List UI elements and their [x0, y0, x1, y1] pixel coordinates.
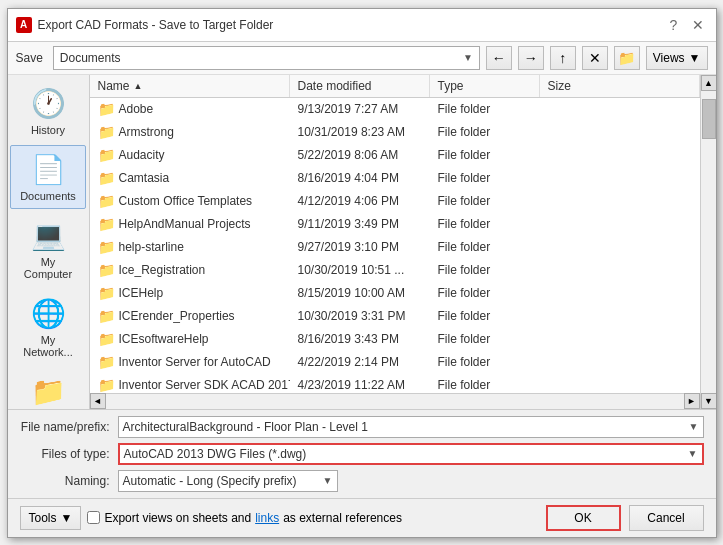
table-row[interactable]: 📁 ICEHelp 8/15/2019 10:00 AM File folder — [90, 282, 700, 305]
naming-combobox[interactable]: Automatic - Long (Specify prefix) ▼ — [118, 470, 338, 492]
dialog: A Export CAD Formats - Save to Target Fo… — [7, 8, 717, 538]
table-row[interactable]: 📁 Armstrong 10/31/2019 8:23 AM File fold… — [90, 121, 700, 144]
sidebar-item-favorites[interactable]: 📁 Favorites — [10, 367, 86, 409]
file-name-cell: 📁 ICEsoftwareHelp — [90, 330, 290, 348]
file-name-cell: 📁 Ice_Registration — [90, 261, 290, 279]
file-name-cell: 📁 HelpAndManual Projects — [90, 215, 290, 233]
file-date-cell: 8/16/2019 4:04 PM — [290, 170, 430, 186]
sidebar-label-history: History — [31, 124, 65, 136]
up-folder-button[interactable]: ↑ — [550, 46, 576, 70]
external-refs-checkbox[interactable] — [87, 511, 100, 524]
views-button[interactable]: Views ▼ — [646, 46, 708, 70]
main-area: 🕐 History 📄 Documents 💻 My Computer 🌐 My… — [8, 75, 716, 409]
horizontal-scrollbar[interactable]: ◄ ► — [90, 393, 700, 409]
table-row[interactable]: 📁 HelpAndManual Projects 9/11/2019 3:49 … — [90, 213, 700, 236]
sidebar-label-documents: Documents — [20, 190, 76, 202]
table-row[interactable]: 📁 Inventor Server for AutoCAD 4/22/2019 … — [90, 351, 700, 374]
file-size-cell — [540, 384, 700, 386]
my-computer-icon: 💻 — [30, 218, 66, 254]
file-date-cell: 10/30/2019 3:31 PM — [290, 308, 430, 324]
back-button[interactable]: ← — [486, 46, 512, 70]
folder-icon: 📁 — [98, 216, 115, 232]
forward-button[interactable]: → — [518, 46, 544, 70]
scroll-up-button[interactable]: ▲ — [701, 75, 716, 91]
file-name-cell: 📁 Adobe — [90, 100, 290, 118]
file-date-cell: 9/11/2019 3:49 PM — [290, 216, 430, 232]
ok-label: OK — [574, 511, 591, 525]
delete-button[interactable]: ✕ — [582, 46, 608, 70]
up-icon: ↑ — [559, 50, 566, 66]
folder-icon: 📁 — [98, 124, 115, 140]
path-combobox[interactable]: Documents ▼ — [53, 46, 480, 70]
scroll-down-button[interactable]: ▼ — [701, 393, 716, 409]
filetype-dropdown-arrow: ▼ — [688, 448, 698, 459]
file-name-text: Audacity — [119, 148, 165, 162]
filetype-row: Files of type: AutoCAD 2013 DWG Files (*… — [20, 443, 704, 465]
cancel-button[interactable]: Cancel — [629, 505, 704, 531]
filetype-value: AutoCAD 2013 DWG Files (*.dwg) — [124, 447, 688, 461]
file-name-text: HelpAndManual Projects — [119, 217, 251, 231]
file-size-cell — [540, 200, 700, 202]
column-header-size[interactable]: Size — [540, 75, 700, 97]
file-type-cell: File folder — [430, 193, 540, 209]
scroll-track[interactable] — [701, 91, 716, 393]
filename-combobox[interactable]: ArchitecturalBackground - Floor Plan - L… — [118, 416, 704, 438]
table-row[interactable]: 📁 help-starline 9/27/2019 3:10 PM File f… — [90, 236, 700, 259]
table-row[interactable]: 📁 ICErender_Properties 10/30/2019 3:31 P… — [90, 305, 700, 328]
filename-row: File name/prefix: ArchitecturalBackgroun… — [20, 416, 704, 438]
table-row[interactable]: 📁 Audacity 5/22/2019 8:06 AM File folder — [90, 144, 700, 167]
sidebar-item-documents[interactable]: 📄 Documents — [10, 145, 86, 209]
footer: Tools ▼ Export views on sheets and links… — [8, 498, 716, 537]
table-row[interactable]: 📁 Inventor Server SDK ACAD 2017 4/23/201… — [90, 374, 700, 393]
save-label: Save — [16, 51, 43, 65]
documents-icon: 📄 — [30, 152, 66, 188]
naming-dropdown-arrow: ▼ — [323, 475, 333, 486]
favorites-icon: 📁 — [30, 374, 66, 409]
h-scroll-track[interactable] — [106, 394, 684, 408]
sidebar: 🕐 History 📄 Documents 💻 My Computer 🌐 My… — [8, 75, 90, 409]
filename-value: ArchitecturalBackground - Floor Plan - L… — [123, 420, 689, 434]
table-row[interactable]: 📁 Custom Office Templates 4/12/2019 4:06… — [90, 190, 700, 213]
sidebar-item-my-computer[interactable]: 💻 My Computer — [10, 211, 86, 287]
vertical-scrollbar[interactable]: ▲ ▼ — [700, 75, 716, 409]
file-date-cell: 4/23/2019 11:22 AM — [290, 377, 430, 393]
column-header-date[interactable]: Date modified — [290, 75, 430, 97]
file-size-cell — [540, 315, 700, 317]
column-header-name[interactable]: Name ▲ — [90, 75, 290, 97]
links-link[interactable]: links — [255, 511, 279, 525]
filetype-combobox[interactable]: AutoCAD 2013 DWG Files (*.dwg) ▼ — [118, 443, 704, 465]
close-button[interactable]: ✕ — [688, 15, 708, 35]
scroll-thumb[interactable] — [702, 99, 716, 139]
file-type-cell: File folder — [430, 147, 540, 163]
scroll-left-button[interactable]: ◄ — [90, 393, 106, 409]
scroll-right-button[interactable]: ► — [684, 393, 700, 409]
tools-button[interactable]: Tools ▼ — [20, 506, 82, 530]
file-name-text: Adobe — [119, 102, 154, 116]
file-name-text: ICEHelp — [119, 286, 164, 300]
new-folder-button[interactable]: 📁 — [614, 46, 640, 70]
filename-label: File name/prefix: — [20, 420, 110, 434]
folder-icon: 📁 — [98, 308, 115, 324]
checkbox-label-2: as external references — [283, 511, 402, 525]
file-list[interactable]: 📁 Adobe 9/13/2019 7:27 AM File folder 📁 … — [90, 98, 700, 393]
sidebar-item-my-network[interactable]: 🌐 My Network... — [10, 289, 86, 365]
folder-icon: 📁 — [98, 170, 115, 186]
table-row[interactable]: 📁 Adobe 9/13/2019 7:27 AM File folder — [90, 98, 700, 121]
table-row[interactable]: 📁 Camtasia 8/16/2019 4:04 PM File folder — [90, 167, 700, 190]
file-name-cell: 📁 Inventor Server for AutoCAD — [90, 353, 290, 371]
file-list-header: Name ▲ Date modified Type Size — [90, 75, 700, 98]
file-size-cell — [540, 361, 700, 363]
footer-left: Tools ▼ Export views on sheets and links… — [20, 506, 402, 530]
file-list-area: Name ▲ Date modified Type Size 📁 Adobe — [90, 75, 700, 409]
ok-button[interactable]: OK — [546, 505, 621, 531]
file-name-cell: 📁 Audacity — [90, 146, 290, 164]
help-button[interactable]: ? — [664, 15, 684, 35]
filetype-label: Files of type: — [20, 447, 110, 461]
sidebar-item-history[interactable]: 🕐 History — [10, 79, 86, 143]
table-row[interactable]: 📁 ICEsoftwareHelp 8/16/2019 3:43 PM File… — [90, 328, 700, 351]
table-row[interactable]: 📁 Ice_Registration 10/30/2019 10:51 ... … — [90, 259, 700, 282]
footer-right: OK Cancel — [546, 505, 704, 531]
folder-icon: 📁 — [98, 354, 115, 370]
column-header-type[interactable]: Type — [430, 75, 540, 97]
file-date-cell: 10/31/2019 8:23 AM — [290, 124, 430, 140]
